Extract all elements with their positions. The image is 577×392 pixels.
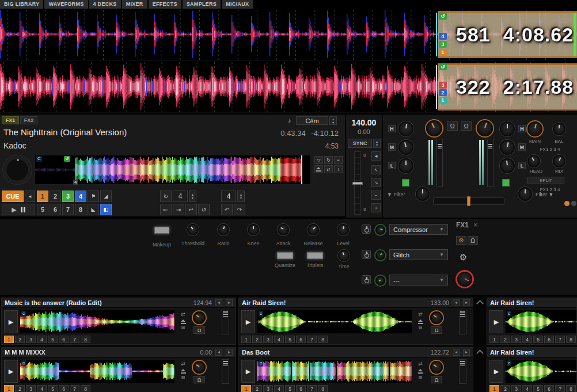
hotcue-7[interactable]: 7 bbox=[555, 336, 565, 343]
hotcue-1[interactable]: 1 bbox=[4, 336, 14, 343]
hotcue-5[interactable]: 5 bbox=[533, 336, 543, 343]
repeat-icon[interactable]: ⇄ bbox=[418, 361, 423, 367]
hotcue-8[interactable]: 8 bbox=[566, 385, 576, 392]
hotcue-button-4[interactable]: 4 bbox=[75, 191, 86, 202]
sampler-next-button[interactable]: ▸ bbox=[226, 299, 233, 306]
hotcue-3[interactable]: 3 bbox=[263, 336, 273, 343]
crossfader-handle[interactable] bbox=[467, 196, 470, 206]
hotcue-3[interactable]: 3 bbox=[511, 385, 521, 392]
stepper-down-icon[interactable]: ▾ bbox=[330, 121, 336, 124]
deck1-scrolling-waveform[interactable]: 581 4:08.62 ↺ 4 3 1 bbox=[0, 9, 577, 60]
hotcue-1[interactable]: 1 bbox=[4, 385, 14, 392]
sampler-prev-button[interactable]: ◂ bbox=[453, 299, 460, 306]
sync-button[interactable]: SYNC bbox=[348, 139, 372, 148]
nudge-up-button[interactable]: ↖ bbox=[371, 165, 381, 174]
hotcue-3[interactable]: 3 bbox=[511, 336, 521, 343]
hotcue-1[interactable]: 1 bbox=[489, 385, 499, 392]
release-knob[interactable] bbox=[308, 224, 319, 235]
sampler-volume-fader[interactable] bbox=[222, 310, 229, 334]
hotcue-7[interactable]: 7 bbox=[70, 336, 79, 343]
sampler-gain-knob[interactable] bbox=[193, 361, 206, 374]
sampler-play-button[interactable]: ▶ bbox=[241, 310, 255, 333]
keylock-button[interactable]: ↕ bbox=[334, 165, 343, 173]
quantize-toggle[interactable] bbox=[277, 252, 293, 259]
volume-fader-right[interactable] bbox=[487, 139, 494, 187]
hotcue-5[interactable]: 5 bbox=[285, 385, 295, 392]
beats-shift-button[interactable]: ◣ bbox=[88, 204, 99, 215]
hotcue-6[interactable]: 6 bbox=[59, 385, 69, 392]
eject-button[interactable] bbox=[314, 165, 323, 173]
sampler-gain-knob[interactable] bbox=[193, 311, 206, 324]
sampler-waveform[interactable] bbox=[20, 310, 174, 333]
fx-slot1-meta-knob[interactable] bbox=[375, 225, 385, 235]
repeat-icon[interactable]: ⇄ bbox=[418, 311, 423, 317]
sampler-volume-fader[interactable] bbox=[459, 310, 466, 334]
knee-knob[interactable] bbox=[248, 224, 259, 235]
split-button[interactable]: SPLIT bbox=[527, 177, 564, 184]
hotcue-button-3[interactable]: 3 bbox=[62, 191, 74, 202]
menu-samplers[interactable]: SAMPLERS bbox=[183, 0, 221, 9]
eq-mid-knob-left[interactable] bbox=[398, 140, 413, 155]
sampler-waveform[interactable] bbox=[257, 310, 412, 333]
hotcue-4[interactable]: 4 bbox=[37, 336, 47, 343]
fader-handle[interactable] bbox=[460, 361, 465, 366]
sampler-play-button[interactable]: ▶ bbox=[489, 310, 503, 333]
crossfader[interactable] bbox=[433, 197, 504, 205]
sampler-play-button[interactable]: ▶ bbox=[241, 360, 255, 383]
rate-slider-handle[interactable] bbox=[352, 182, 363, 185]
beatgrid-lines-button[interactable]: ≡ bbox=[334, 156, 343, 164]
sampler-waveform[interactable] bbox=[506, 310, 577, 333]
ratio-knob[interactable] bbox=[218, 224, 229, 235]
stepper-down-icon[interactable]: ▾ bbox=[189, 196, 196, 200]
hotcue-3[interactable]: 3 bbox=[26, 385, 36, 392]
hotcue-2[interactable]: 2 bbox=[500, 385, 510, 392]
hotcue-4[interactable]: 4 bbox=[522, 385, 532, 392]
filter-knob-right[interactable] bbox=[518, 187, 532, 201]
hotcue-6[interactable]: 6 bbox=[296, 385, 306, 392]
fx-slot3-meta-knob[interactable] bbox=[375, 276, 385, 286]
loop-out-button[interactable]: ⇥ bbox=[173, 204, 184, 215]
menu-effects[interactable]: EFFECTS bbox=[149, 0, 181, 9]
sampler-prev-button[interactable]: ◂ bbox=[215, 299, 222, 306]
beatjump-size-display[interactable]: 4 bbox=[221, 191, 236, 202]
sampler-headphone-button[interactable]: Ω bbox=[431, 326, 442, 334]
fx-slot2-meta-knob[interactable] bbox=[375, 250, 385, 260]
makeup-toggle[interactable] bbox=[154, 227, 169, 234]
stepper-down-icon[interactable]: ▾ bbox=[238, 196, 244, 200]
sampler-play-button[interactable]: ▶ bbox=[4, 360, 18, 383]
hotcue-2[interactable]: 2 bbox=[15, 385, 25, 392]
hotcue-7[interactable]: 7 bbox=[70, 385, 79, 392]
loop-size-stepper[interactable]: ▴ ▾ bbox=[189, 191, 196, 202]
rate-plus-button[interactable]: + bbox=[371, 203, 381, 212]
headphone-mix-knob[interactable] bbox=[553, 155, 565, 168]
rate-minus-button[interactable]: − bbox=[371, 191, 381, 200]
deck-fx1-tab[interactable]: FX1 bbox=[2, 116, 19, 124]
eject-icon[interactable] bbox=[418, 319, 423, 324]
hotcue-8[interactable]: 8 bbox=[318, 385, 328, 392]
fx-settings-button[interactable]: ⚙ bbox=[460, 252, 467, 262]
triplets-toggle[interactable] bbox=[307, 252, 323, 259]
hotcue-7[interactable]: 7 bbox=[307, 385, 317, 392]
repeat-mode-button[interactable]: ↻ bbox=[324, 156, 333, 164]
repeat-icon[interactable]: ⇄ bbox=[181, 361, 185, 367]
deck-spinner[interactable] bbox=[2, 155, 32, 185]
hotcue-3[interactable]: 3 bbox=[26, 336, 36, 343]
menu-4-decks[interactable]: 4 DECKS bbox=[89, 0, 121, 9]
hotcue-6[interactable]: 6 bbox=[544, 336, 554, 343]
main-volume-knob[interactable] bbox=[527, 121, 542, 136]
deck-fx2-tab[interactable]: FX2 bbox=[20, 116, 37, 124]
volume-fader-left[interactable] bbox=[436, 139, 443, 187]
hotcue-6[interactable]: 6 bbox=[59, 336, 69, 343]
hotcue-2[interactable]: 2 bbox=[15, 336, 25, 343]
repeat-icon[interactable]: ⇄ bbox=[181, 311, 185, 317]
menu-waveforms[interactable]: WAVEFORMS bbox=[44, 0, 88, 9]
hotcue-button-7[interactable]: 7 bbox=[62, 204, 74, 215]
beatjump-size-stepper[interactable]: ▴ ▾ bbox=[237, 191, 245, 202]
eject-icon[interactable] bbox=[181, 369, 186, 374]
gain-knob-right[interactable] bbox=[477, 120, 493, 136]
sampler-gain-knob[interactable] bbox=[430, 361, 443, 374]
beatjump-back-button[interactable]: ↶ bbox=[221, 204, 233, 215]
reverse-button[interactable]: ◄ bbox=[25, 191, 35, 202]
fx-slot3-power-button[interactable] bbox=[362, 275, 371, 284]
hotcue-5[interactable]: 5 bbox=[285, 336, 295, 343]
